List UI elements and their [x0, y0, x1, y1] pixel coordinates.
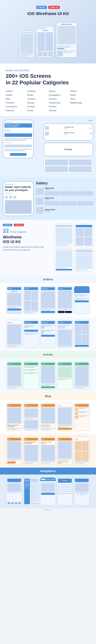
- sc-button: [41, 311, 55, 313]
- nc-content: [41, 482, 55, 504]
- blog-card-2: Blog: [23, 403, 39, 431]
- sc-header: Activity: [75, 362, 89, 365]
- screen-text: [57, 46, 76, 49]
- sc-image: [75, 366, 89, 386]
- wf-number-row: 22 Popular Categories: [3, 228, 52, 234]
- categories-grid: Actions Loadings Signup Sliders Activity…: [6, 90, 90, 112]
- activity-card-5: Activity: [74, 362, 90, 389]
- social-icon: [80, 493, 82, 495]
- sidebar-item: [25, 482, 29, 484]
- category-item: Loadings: [27, 90, 47, 93]
- nav-item: [18, 502, 21, 504]
- nav-label: [18, 504, 21, 504]
- category-item: Contents: [6, 101, 26, 104]
- product-item-2: Product Three $ 40: [45, 131, 92, 136]
- nav-item: [14, 502, 18, 504]
- sc-grid: [75, 324, 89, 344]
- nc-link-text: [60, 493, 72, 494]
- nc-image: [75, 484, 89, 492]
- fp-line: [4, 149, 32, 150]
- sc-button: [7, 308, 21, 310]
- blog-card-6: Blog: [6, 437, 22, 465]
- fp-cta: Read More ›: [4, 129, 32, 131]
- album-thumb: [36, 188, 44, 195]
- actions-label: Actions: [4, 278, 92, 281]
- gallery-icons-row: [5, 196, 32, 199]
- sc-desc: It is easy to edit yourown prototypes fo…: [24, 324, 38, 328]
- blog-card-9: Blog Have to make a beautiful applicatio…: [57, 437, 73, 465]
- fp-subdate: 10 October 2017: [4, 131, 32, 132]
- screen-bar: [21, 32, 33, 34]
- sc-image: [7, 293, 21, 306]
- sc-line: [24, 418, 38, 418]
- sidebar-logo: [25, 479, 29, 482]
- activity-avatar: [24, 366, 27, 368]
- sc-line: [58, 379, 67, 380]
- social-icons: [75, 493, 89, 495]
- portfolio-label: Portfolio: [38, 29, 53, 32]
- sc-profile-row: [75, 294, 89, 297]
- grid-item: [24, 301, 31, 310]
- screen-button: [57, 48, 64, 49]
- sc-line: [79, 416, 89, 416]
- sc-line: [7, 345, 21, 346]
- fp-subheader2: [4, 144, 32, 147]
- sc-line: [24, 419, 33, 420]
- wf-number: 22: [3, 228, 9, 234]
- screen-card-4: Collector: [57, 286, 73, 314]
- tab-bar: [40, 478, 56, 481]
- screen-card-2: Collector: [23, 286, 39, 314]
- mp-line: [76, 254, 92, 255]
- mini-phone-4: [75, 248, 93, 272]
- screen-line: [21, 54, 33, 55]
- mp-line: [56, 268, 67, 268]
- watermark: gfxtra.com: [0, 508, 96, 511]
- fp-date: 15 October 2017: [4, 122, 32, 123]
- nav-card-4: Collector: [57, 478, 73, 506]
- sc-header: Blog: [75, 404, 89, 407]
- sc-header: Blog: [58, 404, 72, 407]
- mp-grid-item: [84, 237, 92, 246]
- phone-screen: Featured Product: [56, 22, 77, 57]
- sc-line: [79, 407, 89, 408]
- nc-link-icon: [58, 486, 59, 488]
- album-info: Album Three 15 photos: [45, 209, 93, 212]
- fp-subdate2: 05 October 2017: [4, 142, 32, 144]
- sc-header: Activity: [58, 362, 72, 365]
- fp-line: [4, 140, 27, 141]
- grid-item: [45, 191, 60, 196]
- grid-item: [82, 334, 89, 344]
- screen-card-9: Collector Kit Create your projects quick…: [57, 320, 73, 348]
- blog-item: [75, 412, 89, 415]
- actions-section: Actions Collector Wireframe Kit Collecto…: [0, 276, 96, 351]
- blog-card-4: Blog: [57, 403, 73, 431]
- main-content: [31, 478, 38, 504]
- blog-thumb: [75, 416, 78, 419]
- nc-link-item: [58, 486, 72, 488]
- mp-line: [56, 244, 72, 244]
- category-item: Team: [70, 97, 90, 100]
- sc-header: Blog: [24, 438, 38, 440]
- activity-card-1: Activity: [6, 362, 22, 389]
- social-icon: [77, 493, 79, 495]
- sc-info: [45, 325, 55, 328]
- nav-label: [15, 504, 17, 504]
- sc-line: [7, 459, 21, 460]
- sc-line: [75, 388, 84, 388]
- screen-card-5: [74, 286, 90, 314]
- category-item: Media: [27, 94, 47, 96]
- blog-card-7: Blog Header style Collector for your pro…: [23, 437, 39, 465]
- feature-phone-main: 15 October 2017 Header style Collectorfo…: [3, 120, 34, 158]
- nc-line: [41, 482, 55, 483]
- wireframe-left: Collector Adobe XD 22 Popular Categories…: [3, 224, 52, 251]
- sc-thumb: [41, 330, 45, 334]
- nav-item: [11, 502, 14, 504]
- nc-line: [41, 492, 55, 492]
- nc-link-icon: [58, 493, 59, 494]
- sc-thumb: [41, 325, 45, 328]
- category-item: Signup: [49, 90, 69, 93]
- navigations-section: Navigations: [0, 468, 96, 508]
- activity-card-4: Activity: [57, 362, 73, 389]
- nc-link-text: [60, 487, 72, 488]
- blog-card-1: Blog Header style Collector for your pro…: [6, 403, 22, 431]
